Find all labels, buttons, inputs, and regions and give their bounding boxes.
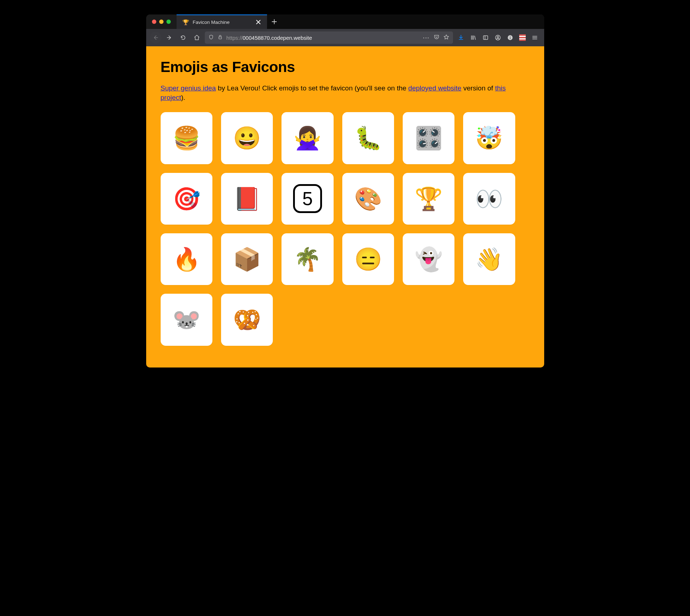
downloads-button[interactable] — [455, 32, 467, 43]
emoji-card-package[interactable]: 📦 — [221, 233, 273, 285]
exploding-head-icon: 🤯 — [475, 125, 503, 151]
extension-noscript-button[interactable] — [517, 32, 528, 43]
intro-paragraph: Super genius idea by Lea Verou! Click em… — [161, 84, 508, 102]
link-deployed-website[interactable]: deployed website — [408, 84, 461, 92]
closed-book-icon: 📕 — [233, 186, 261, 212]
info-circle-icon — [507, 34, 513, 41]
emoji-card-expressionless-face[interactable]: 😑 — [342, 233, 394, 285]
emoji-grid: 🍔😀🙅‍♀️🐛🎛️🤯🎯📕5🎨🏆👀🔥📦🌴😑👻👋🐭🥨 — [161, 112, 515, 345]
browser-window: 🏆 Favicon Machine — [146, 14, 544, 368]
emoji-card-caterpillar[interactable]: 🐛 — [342, 112, 394, 164]
ghost-icon: 👻 — [415, 246, 443, 272]
trophy-icon: 🏆 — [415, 186, 443, 212]
download-icon — [458, 34, 464, 41]
home-icon — [194, 34, 200, 41]
emoji-card-direct-hit[interactable]: 🎯 — [161, 173, 212, 225]
expressionless-face-icon: 😑 — [354, 246, 382, 272]
emoji-card-exploding-head[interactable]: 🤯 — [463, 112, 515, 164]
waving-hand-icon: 👋 — [475, 246, 503, 272]
emoji-card-mouse-face[interactable]: 🐭 — [161, 294, 212, 345]
minimize-window-button[interactable] — [159, 20, 164, 24]
library-icon — [470, 34, 477, 41]
page-actions-button[interactable]: ··· — [423, 35, 430, 41]
zoom-window-button[interactable] — [166, 20, 171, 24]
no-good-woman-icon: 🙅‍♀️ — [293, 125, 321, 151]
pocket-button[interactable] — [433, 34, 440, 41]
emoji-card-artist-palette[interactable]: 🎨 — [342, 173, 394, 225]
direct-hit-icon: 🎯 — [173, 186, 200, 212]
reload-icon — [180, 34, 186, 41]
emoji-card-ghost[interactable]: 👻 — [403, 233, 454, 285]
mouse-face-icon: 🐭 — [173, 306, 200, 333]
library-button[interactable] — [467, 32, 479, 43]
extension-info-button[interactable] — [504, 32, 516, 43]
active-tab[interactable]: 🏆 Favicon Machine — [177, 14, 267, 29]
sidebar-icon — [482, 34, 489, 41]
arrow-right-icon — [166, 34, 173, 41]
bookmark-button[interactable] — [443, 34, 449, 41]
reload-button[interactable] — [177, 32, 189, 43]
emoji-card-pretzel[interactable]: 🥨 — [221, 294, 273, 345]
close-window-button[interactable] — [152, 20, 156, 24]
emoji-card-palm-tree[interactable]: 🌴 — [281, 233, 333, 285]
emoji-card-trophy[interactable]: 🏆 — [403, 173, 454, 225]
account-icon — [495, 34, 501, 41]
emoji-card-waving-hand[interactable]: 👋 — [463, 233, 515, 285]
emoji-card-eyes[interactable]: 👀 — [463, 173, 515, 225]
forward-button[interactable] — [164, 32, 175, 43]
artist-palette-icon: 🎨 — [354, 186, 382, 212]
tab-title: Favicon Machine — [193, 20, 251, 25]
svg-point-4 — [497, 36, 499, 38]
close-tab-button[interactable] — [255, 18, 262, 26]
hamburger-icon: 🍔 — [173, 125, 200, 151]
pocket-icon — [433, 34, 440, 40]
tracking-shield-icon[interactable] — [208, 34, 214, 41]
noscript-icon — [519, 34, 526, 41]
svg-rect-1 — [483, 36, 488, 40]
home-button[interactable] — [191, 32, 203, 43]
emoji-card-no-good-woman[interactable]: 🙅‍♀️ — [281, 112, 333, 164]
lock-icon[interactable] — [217, 34, 223, 41]
emoji-card-fire[interactable]: 🔥 — [161, 233, 212, 285]
emoji-card-control-knobs[interactable]: 🎛️ — [403, 112, 454, 164]
pretzel-icon: 🥨 — [233, 306, 261, 333]
grinning-face-icon: 😀 — [233, 125, 261, 151]
plus-icon — [272, 19, 277, 24]
app-menu-button[interactable] — [529, 32, 541, 43]
palm-tree-icon: 🌴 — [293, 246, 321, 272]
svg-rect-0 — [219, 37, 221, 39]
window-controls — [146, 14, 177, 29]
link-super-genius-idea[interactable]: Super genius idea — [161, 84, 216, 92]
url-text: https://000458870.codepen.website — [227, 35, 419, 41]
star-icon — [443, 34, 449, 40]
url-bar[interactable]: https://000458870.codepen.website ··· — [205, 31, 453, 44]
new-tab-button[interactable] — [267, 14, 281, 29]
svg-rect-7 — [510, 36, 511, 37]
arrow-left-icon — [152, 34, 159, 41]
control-knobs-icon: 🎛️ — [415, 125, 443, 151]
emoji-card-hamburger[interactable]: 🍔 — [161, 112, 212, 164]
emoji-card-grinning-face[interactable]: 😀 — [221, 112, 273, 164]
svg-rect-6 — [510, 37, 511, 39]
account-button[interactable] — [492, 32, 504, 43]
tab-strip: 🏆 Favicon Machine — [146, 14, 544, 29]
hamburger-menu-icon — [532, 34, 538, 41]
back-button[interactable] — [150, 32, 161, 43]
fire-icon: 🔥 — [173, 246, 200, 272]
caterpillar-icon: 🐛 — [354, 125, 382, 151]
sidebar-button[interactable] — [480, 32, 491, 43]
page-heading: Emojis as Favicons — [161, 59, 530, 76]
close-icon — [256, 20, 261, 24]
keycap-5-icon: 5 — [293, 184, 322, 213]
nav-toolbar: https://000458870.codepen.website ··· — [146, 29, 544, 46]
tab-favicon-icon: 🏆 — [182, 20, 189, 25]
emoji-card-keycap-5[interactable]: 5 — [281, 173, 333, 225]
emoji-card-closed-book[interactable]: 📕 — [221, 173, 273, 225]
page-content: Emojis as Favicons Super genius idea by … — [146, 46, 544, 368]
eyes-icon: 👀 — [475, 186, 503, 212]
package-icon: 📦 — [233, 246, 261, 272]
